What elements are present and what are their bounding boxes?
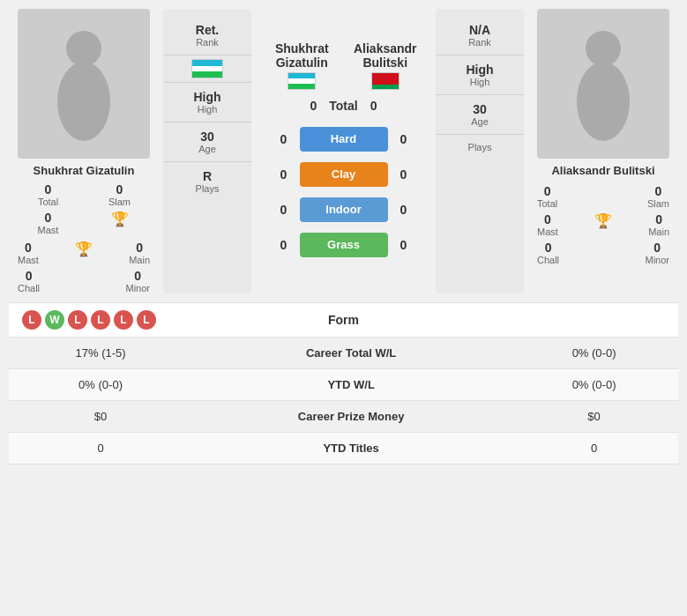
- left-flag-top: [260, 72, 344, 90]
- rminorv: 0: [653, 241, 661, 255]
- left-player-stats: 0 Total 0 Slam 0 Mast 🏆: [18, 182, 150, 239]
- hard-button[interactable]: Hard: [300, 127, 388, 152]
- rtotall: Total: [537, 198, 557, 209]
- left-ytd-wl: 0% (0-0): [9, 369, 192, 401]
- form-section: L W L L L L Form: [9, 302, 678, 338]
- right-flag-small: [371, 72, 400, 90]
- left-trophy-icon: 🏆: [111, 211, 129, 227]
- main-container: Shukhrat Gizatulin 0 Total 0 Slam 0 Mast…: [0, 0, 687, 464]
- left-chall-stat: 0 Chall: [18, 269, 40, 293]
- rtotalv: 0: [544, 184, 551, 198]
- hard-row: 0 Hard 0: [260, 127, 427, 152]
- right-player-silhouette: [568, 26, 638, 141]
- left-player-name: Shukhrat Gizatulin: [34, 164, 135, 177]
- left-slam-stat: 0 Slam: [89, 182, 150, 207]
- form-badge-5: L: [114, 310, 133, 330]
- right-rank-value: N/A: [469, 23, 490, 37]
- clay-right-score: 0: [395, 167, 413, 182]
- left-mast-value: 0: [45, 211, 52, 225]
- right-high-row: High High: [436, 55, 524, 94]
- left-mast-stat2: 0 Mast: [18, 241, 39, 265]
- right-total-stat: 0 Total: [537, 184, 557, 209]
- left-total-score: 0: [304, 99, 322, 113]
- left-name-header: Shukhrat Gizatulin: [260, 41, 344, 90]
- lminorl: Minor: [125, 283, 150, 293]
- right-top-stats: 0 Total 0 Slam: [537, 184, 669, 209]
- player-names-row: Shukhrat Gizatulin Aliaksandr Bulitski: [260, 41, 427, 90]
- grass-button[interactable]: Grass: [300, 233, 388, 257]
- indoor-left-score: 0: [275, 203, 293, 217]
- left-age-label: Age: [198, 144, 216, 154]
- rchalll: Chall: [537, 255, 559, 265]
- right-ytd-titles: 0: [510, 433, 678, 464]
- right-mid-stats: 0 Mast 🏆 0 Main: [537, 212, 669, 237]
- rchallv: 0: [545, 241, 552, 255]
- left-trophy-icon2: 🏆: [75, 241, 93, 257]
- lmainv: 0: [136, 241, 143, 255]
- lchallv: 0: [26, 269, 33, 283]
- right-minor-stat: 0 Minor: [645, 241, 669, 265]
- total-row: 0 Total 0: [304, 99, 382, 113]
- right-bottom-stats: 0 Chall 0 Minor: [537, 241, 669, 265]
- indoor-button[interactable]: Indoor: [300, 197, 388, 222]
- left-rank-row: Ret. Rank: [163, 16, 251, 55]
- left-slam-label: Slam: [108, 197, 131, 207]
- lminorv: 0: [134, 269, 141, 283]
- left-high-value: High: [193, 90, 220, 104]
- left-player-card: Shukhrat Gizatulin 0 Total 0 Slam 0 Mast…: [9, 9, 159, 293]
- rslaml: Slam: [647, 198, 669, 209]
- right-slam-stat: 0 Slam: [647, 184, 669, 209]
- left-mast-label: Mast: [38, 225, 59, 235]
- left-form-badges: L W L L L L: [22, 310, 236, 330]
- right-player-name: Aliaksandr Bulitski: [551, 164, 654, 177]
- rmainv: 0: [655, 212, 662, 226]
- form-badge-4: L: [91, 310, 110, 330]
- rminorl: Minor: [645, 255, 669, 265]
- left-flag-row: [163, 55, 251, 82]
- right-total-score: 0: [365, 99, 383, 113]
- indoor-right-score: 0: [395, 203, 413, 217]
- right-player-card: Aliaksandr Bulitski 0 Total 0 Slam 0 Mas…: [528, 9, 678, 293]
- hard-right-score: 0: [395, 132, 413, 146]
- ytd-wl-label: YTD W/L: [192, 369, 510, 401]
- right-chall-stat: 0 Chall: [537, 241, 559, 265]
- right-career-wl: 0% (0-0): [510, 338, 678, 369]
- svg-point-1: [57, 62, 110, 141]
- right-ytd-wl: 0% (0-0): [510, 369, 678, 401]
- lmv: 0: [25, 241, 32, 255]
- clay-button[interactable]: Clay: [300, 162, 388, 187]
- left-age-row: 30 Age: [163, 122, 251, 161]
- rslamv: 0: [655, 184, 662, 198]
- left-high-label: High: [198, 104, 218, 115]
- left-plays-label: Plays: [196, 183, 220, 194]
- left-flag: [191, 59, 223, 78]
- left-flag-small: [287, 72, 316, 90]
- left-middle-stats: Ret. Rank High High 30 Age R Plays: [163, 9, 251, 293]
- surface-column: Shukhrat Gizatulin Aliaksandr Bulitski: [256, 9, 431, 293]
- right-plays-row: Plays: [436, 134, 524, 160]
- left-trophy-icon-container: 🏆: [89, 211, 150, 235]
- left-bottom-stats: 0 Mast 🏆 0 Main: [18, 241, 150, 265]
- right-main-stat: 0 Main: [648, 212, 669, 237]
- career-wl-label: Career Total W/L: [192, 338, 510, 369]
- left-chall-stats: 0 Chall 0 Minor: [18, 269, 150, 293]
- left-minor-stat: 0 Minor: [125, 269, 150, 293]
- right-player-photo: [537, 9, 669, 159]
- ytd-wl-row: 0% (0-0) YTD W/L 0% (0-0): [9, 369, 678, 401]
- prize-money-row: $0 Career Prize Money $0: [9, 401, 678, 433]
- left-player-photo: [18, 9, 150, 159]
- left-high-row: High High: [163, 82, 251, 122]
- grass-left-score: 0: [275, 238, 293, 252]
- right-middle-stats: N/A Rank High High 30 Age Plays: [436, 9, 524, 293]
- hard-left-score: 0: [275, 132, 293, 146]
- svg-point-3: [577, 62, 630, 141]
- right-high-label: High: [470, 77, 490, 87]
- left-name-top: Shukhrat Gizatulin: [260, 41, 344, 70]
- right-trophy-icon: 🏆: [594, 212, 612, 229]
- left-slam-value: 0: [116, 182, 123, 197]
- left-player-silhouette: [49, 26, 119, 141]
- lchalll: Chall: [18, 283, 40, 293]
- right-trophy: 🏆: [594, 212, 612, 237]
- svg-point-0: [66, 31, 101, 66]
- left-trophy2: 🏆: [75, 241, 93, 265]
